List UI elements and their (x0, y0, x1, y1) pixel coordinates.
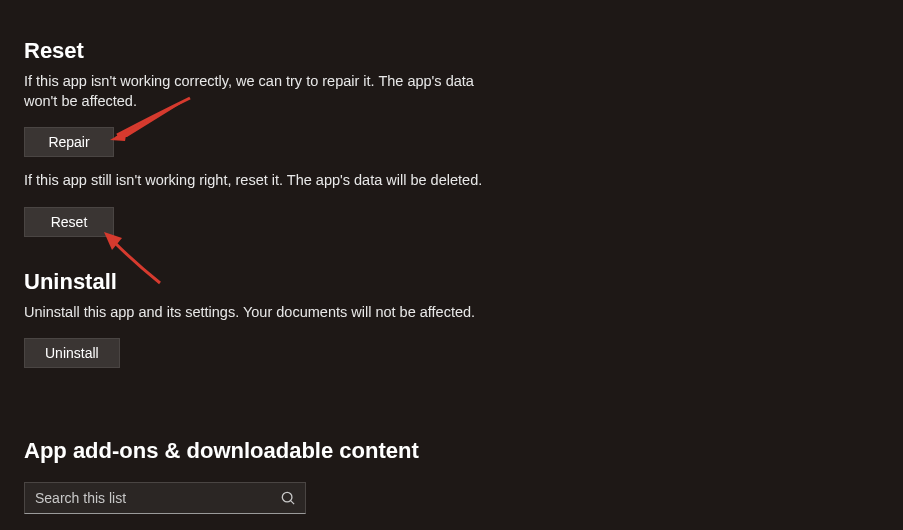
reset-heading: Reset (24, 38, 879, 64)
uninstall-description: Uninstall this app and its settings. You… (24, 303, 494, 323)
search-input[interactable] (35, 490, 281, 506)
uninstall-button[interactable]: Uninstall (24, 338, 120, 368)
reset-description: If this app still isn't working right, r… (24, 171, 494, 191)
addons-heading: App add-ons & downloadable content (24, 438, 879, 464)
uninstall-heading: Uninstall (24, 269, 879, 295)
search-icon (281, 491, 295, 505)
search-box[interactable] (24, 482, 306, 514)
svg-line-1 (291, 501, 295, 505)
reset-button[interactable]: Reset (24, 207, 114, 237)
repair-description: If this app isn't working correctly, we … (24, 72, 494, 111)
svg-point-0 (282, 493, 292, 503)
repair-button[interactable]: Repair (24, 127, 114, 157)
